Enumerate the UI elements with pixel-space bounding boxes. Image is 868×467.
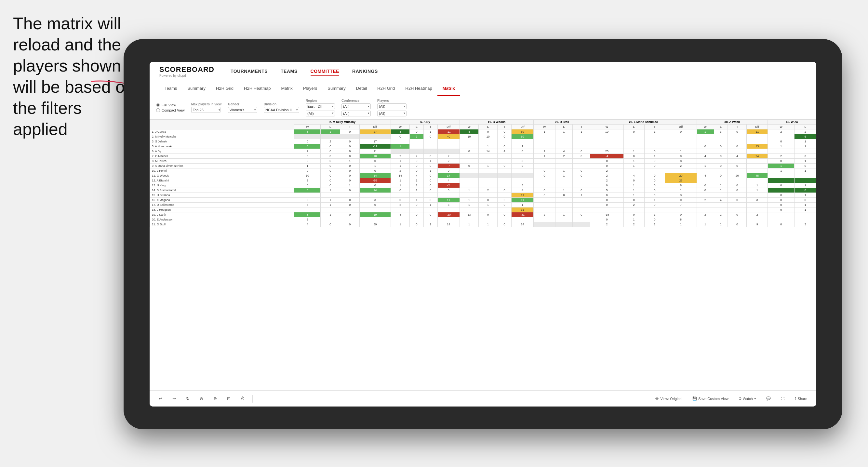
cell [498,208,512,212]
subnav-h2h-grid1[interactable]: H2H Grid [211,81,239,96]
subnav-h2h-heatmap1[interactable]: H2H Heatmap [239,81,276,96]
matrix-content[interactable]: 2. M Kelly Mulcahy 6. A Dy 11. G Woods 2… [150,119,816,390]
cell [460,217,478,222]
cell: 0 [728,144,747,149]
players-sub-select[interactable]: (All) [377,111,406,117]
cell [424,208,437,212]
division-select[interactable]: NCAA Division II NCAA Division I NCAA Di… [264,107,299,113]
region-select[interactable]: East - DII West - DII [306,103,335,109]
refresh-button[interactable]: ↻ [183,395,192,402]
logo-subtitle: Powered by clippd [159,74,214,77]
gender-label: Gender [228,102,257,106]
cell: 0 [534,193,555,198]
logo-title: SCOREBOARD [159,65,214,74]
cell: 1 [478,222,497,227]
cell: 0 [424,154,437,159]
cell: 2 [410,154,424,159]
cell [534,203,555,208]
cell [573,134,590,139]
subnav-matrix1[interactable]: Matrix [276,81,298,96]
cell: 1 [714,183,728,188]
subnav-h2h-grid2[interactable]: H2H Grid [372,81,400,96]
cell: 1 [410,183,424,188]
cell [714,217,728,222]
subnav-teams[interactable]: Teams [159,81,182,96]
cell [714,193,728,198]
cell: 11 [511,193,533,198]
cell [747,149,768,154]
redo-button[interactable]: ↪ [170,395,179,402]
cell [437,208,460,212]
cell [391,139,410,144]
cell: 0 [410,222,424,227]
subnav-detail[interactable]: Detail [351,81,372,96]
undo-button[interactable]: ↩ [156,395,165,402]
cell: 0 [340,188,360,193]
cell: 1 [460,198,478,203]
subnav-matrix2[interactable]: Matrix [437,81,460,96]
compact-view-radio[interactable] [156,108,160,112]
cell [534,183,555,188]
cell: 0 [728,198,747,203]
view-original-button[interactable]: 👁 View: Original [653,396,685,402]
cell [573,203,590,208]
cell: 2 [665,163,696,168]
nav-teams[interactable]: TEAMS [281,67,298,76]
cell: 3 [747,198,768,203]
cell: 19 [360,212,391,217]
cell: 0 [498,129,512,134]
full-view-radio[interactable] [156,103,160,107]
cell [460,173,478,178]
cell: 27 [360,129,391,134]
cell: 0 [360,159,391,163]
col-header-stoll: 21. O Stoll [534,120,590,125]
cell [294,208,320,212]
nav-committee[interactable]: COMMITTEE [311,67,340,76]
players-select[interactable]: (All) [377,103,406,109]
save-custom-button[interactable]: 💾 Save Custom View [690,395,731,402]
expand-button[interactable]: ⛶ [778,396,787,402]
cell: 24 [747,154,768,159]
subnav-h2h-heatmap2[interactable]: H2H Heatmap [400,81,437,96]
cell: 0 [768,222,795,227]
subh-l5: L [623,125,644,129]
gender-select[interactable]: Women's Men's [228,107,257,113]
cell: 2 [768,129,795,134]
cell [511,139,533,144]
share-button[interactable]: ⤴ Share [792,396,810,402]
region-sub-select[interactable]: (All) [306,111,335,117]
nav-rankings[interactable]: RANKINGS [352,67,378,76]
cell: 1 [424,203,437,208]
nav-tournaments[interactable]: TOURNAMENTS [230,67,268,76]
subh-d6: Dif [747,125,768,129]
cell [573,208,590,212]
cell: 0 [321,144,340,149]
cell: 0 [321,178,340,183]
cell [410,139,424,144]
player-name: 10. L Perini [150,168,294,173]
fit-button[interactable]: ⊡ [224,395,233,402]
full-view-option[interactable]: Full View [156,103,185,107]
subnav-players[interactable]: Players [298,81,322,96]
compact-view-option[interactable]: Compact View [156,108,185,112]
max-players-select[interactable]: Top 25 Top 50 Top 100 [191,107,220,113]
cell [410,149,424,154]
cell [534,198,555,203]
subnav-summary2[interactable]: Summary [322,81,351,96]
timer-button[interactable]: ⏱ [238,395,247,402]
conference-sub-select[interactable]: (All) [341,111,371,117]
cell: 2 [391,168,410,173]
comment-button[interactable]: 💬 [764,395,773,402]
conference-select[interactable]: (All) [341,103,371,109]
cell: 0 [410,203,424,208]
cell [534,217,555,222]
cell [511,168,533,173]
cell: 4 [498,149,512,154]
zoom-out-button[interactable]: ⊖ [197,395,206,402]
cell [498,159,512,163]
cell [696,168,714,173]
cell: 0 [340,144,360,149]
watch-button[interactable]: ⊙ Watch ▾ [736,395,759,402]
zoom-in-button[interactable]: ⊕ [211,395,219,402]
subnav-summary1[interactable]: Summary [182,81,211,96]
